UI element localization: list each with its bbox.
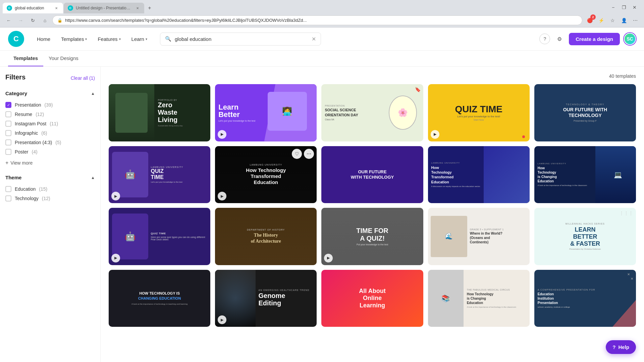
template-card-12[interactable]: Department of History The Historyof Arch… [215,208,317,265]
checkbox-instagram[interactable] [5,121,11,127]
plus-icon: + [5,160,8,166]
tab-favicon-2: C [68,5,73,11]
more-btn[interactable]: ⋯ [631,16,640,25]
tab-favicon: C [7,5,12,11]
template-card-8[interactable]: OUR FUTUREWITH TECHNOLOGY [321,146,423,203]
play-icon: ▶ [218,130,226,139]
home-btn[interactable]: ⌂ [40,16,50,25]
canva-ext-btn[interactable]: ⚡ [596,16,606,25]
search-clear-icon[interactable]: ✕ [312,36,316,42]
category-title: Category [5,90,27,96]
filter-instagram-label: Instagram Post [15,121,46,126]
canva-logo[interactable]: C [8,31,24,47]
maximize-btn[interactable]: ❐ [620,3,628,11]
template-card-1[interactable]: Portfolio by ZeroWasteLiving Sustainable… [109,84,210,141]
search-bar[interactable]: 🔍 ✕ [160,33,321,46]
checkbox-resume[interactable] [5,111,11,117]
template-card-16[interactable]: HOW TECHNOLOGY ISCHANGING EDUCATION A lo… [109,270,210,327]
browser-tab-inactive[interactable]: C Untitled design - Presentation (1 ✕ [64,3,144,13]
nav-templates[interactable]: Templates ▾ [56,34,92,45]
checkbox-presentation[interactable]: ✓ [5,102,11,108]
filter-instagram[interactable]: Instagram Post (11) [5,119,95,128]
tab-close-btn-2[interactable]: ✕ [135,5,140,11]
refresh-btn[interactable]: ↻ [28,16,38,25]
template-card-18[interactable]: All AboutOnlineLearning [321,270,423,327]
filter-poster-count: (4) [32,149,37,155]
filter-instagram-count: (11) [50,121,58,126]
search-input[interactable] [175,36,308,42]
checkbox-poster[interactable] [5,149,11,155]
profile-btn[interactable]: 👤 [619,16,629,25]
template-card-19[interactable]: 📚 THE FABULOUS MEDICAL CIRCUS How Techno… [428,270,530,327]
checkbox-technology[interactable] [5,195,11,201]
forward-btn[interactable]: → [16,16,25,25]
template-card-5[interactable]: TECHNOLOGY & THEORY OUR FUTURE WITHTECHN… [534,84,636,141]
template-card-11[interactable]: 🤖 QUIZ TIME Here are some quiz types you… [109,208,210,265]
tab-close-btn[interactable]: ✕ [54,5,59,11]
tab-templates[interactable]: Templates [8,51,43,66]
help-btn[interactable]: ? [539,34,550,44]
clear-all-btn[interactable]: Clear all (1) [71,75,95,81]
minimize-btn[interactable]: − [609,3,617,11]
url-text: https://www.canva.com/search/templates?q… [65,18,577,23]
template-grid: Portfolio by ZeroWasteLiving Sustainable… [109,84,636,327]
filter-education-label: Education [15,186,36,192]
filter-resume[interactable]: Resume (12) [5,110,95,119]
play-icon-13: ▶ [324,254,333,262]
results-count: 40 templates [609,73,636,79]
tab-title-2: Untitled design - Presentation (1 [76,6,132,10]
theme-chevron-icon: ▲ [91,175,95,180]
window-controls: − ❐ ✕ [609,3,639,11]
create-design-btn[interactable]: Create a design [569,33,620,45]
bookmark-btn[interactable]: ☆ [608,16,617,25]
nav-features[interactable]: Features ▾ [93,34,125,45]
filter-presentation[interactable]: ✓ Presentation (39) [5,100,95,110]
checkbox-education[interactable] [5,186,11,192]
checkbox-infographic[interactable] [5,130,11,136]
template-card-15[interactable]: MILLENNIAL HACKS SERIES LEARNBETTER& FAS… [534,208,636,265]
settings-btn[interactable]: ⚙ [554,34,565,44]
theme-filter-section: Theme ▲ Education (15) Technology (12) [5,175,95,203]
header-actions: ? ⚙ Create a design SC [539,33,636,45]
dots-decoration: ⋮⋮⋮ [619,210,633,216]
template-card-2[interactable]: 👩‍💻 LearnBetter Let's put your knowledge… [215,84,317,141]
template-card-13[interactable]: TIME FORA QUIZ! Put your knowledge to th… [321,208,423,265]
template-card-10[interactable]: LAMBUNG UNIVERSITY HowTechnologyis Chang… [534,146,636,203]
tab-your-designs[interactable]: Your Designs [43,51,84,66]
filter-education[interactable]: Education (15) [5,184,95,194]
template-card-20[interactable]: A comprehensive presentation for Educati… [534,270,636,327]
nav-home[interactable]: Home [32,34,55,45]
close-btn[interactable]: ✕ [631,3,639,11]
checkbox-presentation-43[interactable] [5,139,11,145]
play-icon-4: ▶ [431,130,439,139]
template-card-7[interactable]: LAMBUNG UNIVERSITY How TechnologyTransfo… [215,146,317,203]
filter-presentation-43[interactable]: Presentation (4:3) (5) [5,138,95,147]
avatar[interactable]: SC [624,33,636,45]
category-header[interactable]: Category ▲ [5,90,95,96]
new-tab-btn[interactable]: + [145,3,154,13]
template-card-3[interactable]: Presentation SOCIAL SCIENCE ORIENTATION … [321,84,423,141]
heart-btn-7[interactable]: ♡ [292,149,302,159]
filter-poster[interactable]: Poster (4) [5,147,95,157]
view-more-btn[interactable]: + View more [5,158,95,168]
filter-technology[interactable]: Technology (12) [5,194,95,203]
play-icon-11: ▶ [111,254,120,262]
nav-learn[interactable]: Learn ▾ [127,34,152,45]
filter-infographic[interactable]: Infographic (6) [5,128,95,138]
browser-tab-active[interactable]: C global education ✕ [3,3,63,13]
filter-resume-count: (12) [36,112,44,117]
template-card-17[interactable]: An Emerging Healthcare Trend GenomeEditi… [215,270,317,327]
template-card-14[interactable]: 🌊 Grade 5 • Supplement 1 Where in the Wo… [428,208,530,265]
template-card-4[interactable]: QUIZ TIME Let's put your knowledge to th… [428,84,530,141]
filter-technology-count: (12) [42,196,50,201]
theme-header[interactable]: Theme ▲ [5,175,95,180]
main-content: 40 templates Portfolio by ZeroWasteLivin… [101,67,644,362]
category-filter-section: Category ▲ ✓ Presentation (39) Resume (1… [5,90,95,168]
template-card-6[interactable]: 🤖 LAMBUNG UNIVERSITY QUIZTIME Let's put … [109,146,210,203]
category-chevron-icon: ▲ [91,91,95,96]
address-bar[interactable]: 🔒 https://www.canva.com/search/templates… [52,15,582,25]
help-float-btn[interactable]: ? Help [606,340,636,354]
template-card-9[interactable]: LAMBUNG UNIVERSITY HowTechnologyTransfor… [428,146,530,203]
back-btn[interactable]: ← [4,16,13,25]
more-btn-7[interactable]: ⋯ [304,149,314,159]
